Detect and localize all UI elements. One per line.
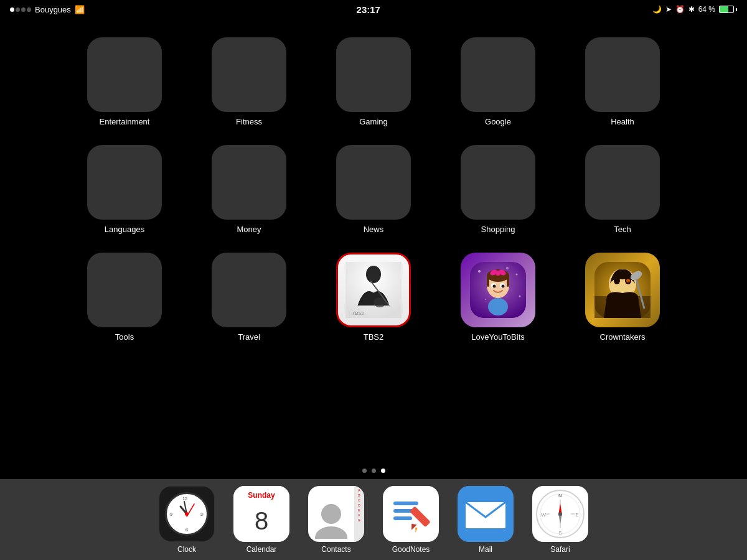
- svg-point-6: [478, 270, 481, 273]
- app-crowntakers[interactable]: Crowntakers: [579, 253, 666, 342]
- calendar-day-name: Sunday: [233, 486, 289, 501]
- contacts-icon: A B C D E F G: [308, 486, 364, 542]
- calendar-icon: Sunday 8: [233, 486, 289, 542]
- tbs2-app-icon: TBS2: [336, 253, 411, 327]
- signal-dot-1: [10, 7, 14, 12]
- wifi-icon: 📶: [75, 5, 85, 14]
- svg-text:W: W: [541, 512, 546, 518]
- moon-icon: 🌙: [652, 5, 662, 14]
- app-tools[interactable]: Tools: [81, 253, 168, 342]
- app-gaming[interactable]: Gaming: [330, 37, 417, 126]
- app-travel[interactable]: Travel: [205, 253, 293, 342]
- app-entertainment[interactable]: Entertainment: [81, 37, 168, 126]
- app-shopping[interactable]: Shopping: [454, 145, 542, 234]
- dock-contacts[interactable]: A B C D E F G Contacts: [308, 486, 364, 554]
- safari-dock-label: Safari: [550, 545, 570, 554]
- app-health[interactable]: Health: [579, 37, 666, 126]
- signal-dot-3: [21, 7, 26, 12]
- svg-point-28: [626, 279, 630, 282]
- svg-text:TBS2: TBS2: [352, 310, 365, 316]
- entertainment-folder-icon: [87, 37, 162, 112]
- crowntakers-artwork: [594, 262, 651, 318]
- dock-calendar[interactable]: Sunday 8 Calendar: [233, 486, 289, 554]
- signal-dots: [10, 7, 31, 12]
- mail-icon: [458, 486, 514, 542]
- page-dot-3[interactable]: [381, 469, 385, 473]
- svg-rect-45: [386, 489, 436, 539]
- home-screen: Entertainment Fitness: [0, 19, 747, 479]
- loveyoutobits-label: LoveYouToBits: [471, 332, 525, 342]
- contacts-dock-label: Contacts: [321, 545, 350, 554]
- goodnotes-dock-label: GoodNotes: [392, 545, 430, 554]
- goodnotes-icon: [383, 486, 439, 542]
- app-tbs2[interactable]: TBS2 TBS2: [330, 253, 417, 342]
- battery-percent: 64 %: [698, 5, 715, 14]
- tech-label: Tech: [614, 225, 631, 234]
- app-google[interactable]: Google: [454, 37, 542, 126]
- money-folder-icon: [212, 145, 286, 220]
- app-fitness[interactable]: Fitness: [205, 37, 293, 126]
- health-label: Health: [611, 117, 634, 126]
- svg-point-21: [502, 285, 505, 288]
- svg-text:N: N: [558, 493, 562, 498]
- svg-rect-13: [487, 276, 489, 287]
- svg-point-22: [488, 298, 508, 315]
- bluetooth-icon: ✱: [688, 5, 695, 14]
- travel-label: Travel: [238, 332, 260, 342]
- languages-label: Languages: [105, 225, 144, 234]
- svg-point-67: [558, 512, 562, 516]
- status-right: 🌙 ➤ ⏰ ✱ 64 %: [652, 5, 737, 14]
- crowntakers-app-icon: [585, 253, 660, 327]
- battery-fill: [720, 6, 728, 12]
- page-dot-1[interactable]: [362, 469, 367, 473]
- carrier-label: Bouygues: [35, 5, 71, 14]
- app-tech[interactable]: Tech: [579, 145, 666, 234]
- time-display: 23:17: [357, 4, 380, 15]
- calendar-dock-label: Calendar: [247, 545, 277, 554]
- svg-point-42: [185, 512, 189, 516]
- location-icon: ➤: [665, 5, 672, 14]
- contacts-sidebar: A B C D E F G: [354, 486, 364, 542]
- loveyoutobits-artwork: [470, 262, 526, 318]
- mail-dock-label: Mail: [479, 545, 492, 554]
- clock-face: 12 3 6 9: [165, 492, 209, 536]
- google-label: Google: [485, 117, 511, 126]
- clock-dock-label: Clock: [177, 545, 196, 554]
- svg-point-9: [485, 299, 486, 300]
- app-news[interactable]: News: [330, 145, 417, 234]
- page-dot-2[interactable]: [372, 469, 376, 473]
- dock-mail[interactable]: Mail: [458, 486, 514, 554]
- svg-point-10: [519, 296, 521, 297]
- signal-dot-4: [27, 7, 31, 12]
- gaming-folder-icon: [336, 37, 411, 112]
- health-folder-icon: [585, 37, 660, 112]
- status-bar: Bouygues 📶 23:17 🌙 ➤ ⏰ ✱ 64 %: [0, 0, 747, 19]
- shopping-folder-icon: [461, 145, 535, 220]
- svg-text:E: E: [575, 512, 578, 518]
- fitness-folder-icon: [212, 37, 286, 112]
- battery-indicator: [719, 6, 737, 13]
- svg-point-43: [321, 504, 341, 524]
- tbs2-artwork: TBS2: [345, 262, 402, 318]
- page-indicators: [0, 469, 747, 473]
- contacts-avatar-svg: [315, 502, 347, 539]
- safari-svg: N E S W: [533, 487, 587, 541]
- app-loveyoutobits[interactable]: LoveYouToBits: [454, 253, 542, 342]
- loveyoutobits-app-icon: [461, 253, 535, 327]
- news-label: News: [364, 225, 384, 234]
- app-grid: Entertainment Fitness: [81, 37, 666, 342]
- goodnotes-svg: [386, 489, 436, 539]
- svg-text:S: S: [558, 530, 561, 536]
- app-languages[interactable]: Languages: [81, 145, 168, 234]
- mail-svg: [462, 497, 509, 531]
- gaming-label: Gaming: [359, 117, 388, 126]
- dock-goodnotes[interactable]: GoodNotes: [383, 486, 439, 554]
- entertainment-label: Entertainment: [100, 117, 150, 126]
- svg-rect-48: [393, 516, 412, 520]
- tools-label: Tools: [115, 332, 134, 342]
- fitness-label: Fitness: [236, 117, 262, 126]
- app-money[interactable]: Money: [205, 145, 293, 234]
- dock-safari[interactable]: N E S W Safari: [532, 486, 588, 554]
- tools-folder-icon: [87, 253, 162, 327]
- dock-clock[interactable]: 12 3 6 9: [159, 486, 215, 554]
